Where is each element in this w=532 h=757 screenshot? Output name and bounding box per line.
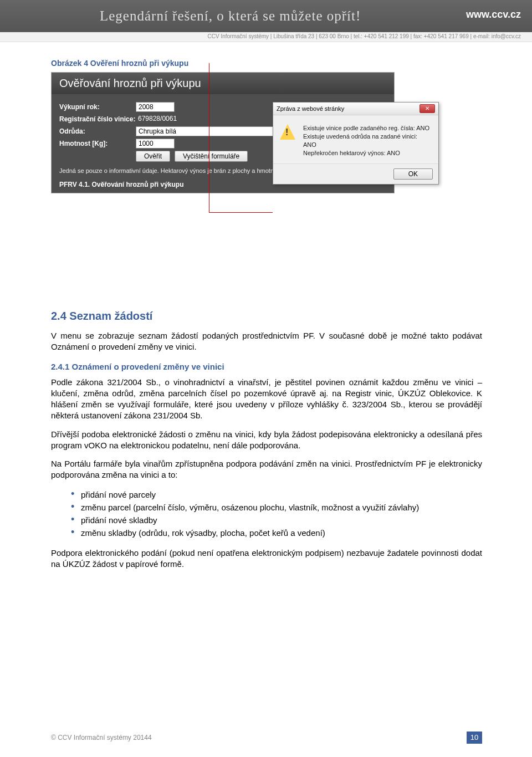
input-rok[interactable] <box>136 102 175 112</box>
list-item: přidání nové parcely <box>71 488 482 501</box>
close-icon[interactable]: ✕ <box>420 104 435 113</box>
header-slogan: Legendární řešení, o která se můžete opř… <box>100 8 361 24</box>
paragraph: V menu se zobrazuje seznam žádostí podan… <box>51 330 482 353</box>
header-url: www.ccv.cz <box>466 9 521 21</box>
paragraph: Dřívější podoba elektronické žádosti o z… <box>51 429 482 452</box>
overit-button[interactable]: Ověřit <box>136 151 170 162</box>
label-rok: Výkupní rok: <box>59 103 136 111</box>
dialog-line: Existuje vinice podle zadaného reg. čísl… <box>303 124 432 132</box>
bullet-list: přidání nové parcely změnu parcel (parce… <box>71 488 482 540</box>
list-item: přidání nové skladby <box>71 514 482 526</box>
warning-icon <box>280 124 295 140</box>
paragraph: Podle zákona 321/2004 Sb., o vinohradnic… <box>51 377 482 422</box>
label-hmot: Hmotnost [Kg]: <box>59 140 136 147</box>
paragraph: Podpora elektronického podání (pokud nen… <box>51 548 482 570</box>
header-banner: Legendární řešení, o která se můžete opř… <box>0 0 532 32</box>
value-reg: 679828/0061 <box>136 114 179 124</box>
input-hmot[interactable] <box>136 139 175 149</box>
label-reg: Registrační číslo vinice: <box>59 115 136 123</box>
list-item: změnu parcel (parcelní číslo, výměru, os… <box>71 501 482 514</box>
section-heading: 2.4 Seznam žádostí <box>51 310 482 323</box>
dialog-line: Existuje uvedená odrůda na zadané vinici… <box>303 132 432 149</box>
callout-line <box>209 63 273 213</box>
list-item: změnu skladby (odrůdu, rok výsadby, ploc… <box>71 526 482 539</box>
subsection-heading: 2.4.1 Oznámení o provedení změny ve vini… <box>51 362 482 371</box>
page-number: 10 <box>467 732 482 744</box>
footer-copyright: © CCV Informační systémy 20144 <box>51 734 152 741</box>
dialog-title: Zpráva z webové stránky <box>277 105 344 112</box>
ok-button[interactable]: OK <box>393 168 433 180</box>
paragraph: Na Portálu farmáře byla vinařům zpřístup… <box>51 458 482 481</box>
dialog: Zpráva z webové stránky ✕ Existuje vinic… <box>273 102 439 185</box>
page-footer: © CCV Informační systémy 20144 10 <box>0 732 532 744</box>
dialog-message: Existuje vinice podle zadaného reg. čísl… <box>303 124 432 157</box>
dialog-line: Nepřekročen hektarový výnos: ANO <box>303 149 432 157</box>
label-odruda: Odrůda: <box>59 127 136 135</box>
